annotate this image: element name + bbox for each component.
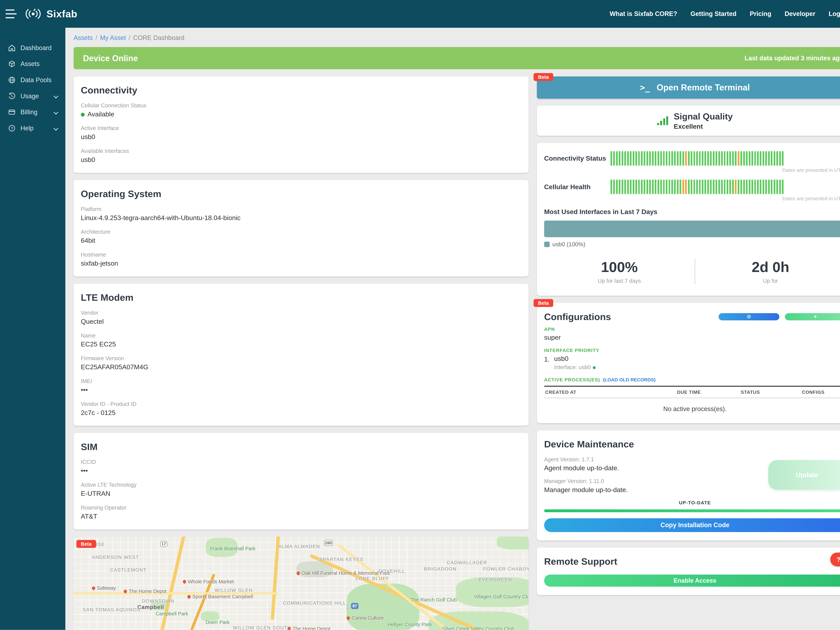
status-bar — [771, 180, 772, 194]
nav-link-what-is-core[interactable]: What is Sixfab CORE? — [609, 10, 677, 17]
sidebar-item-help[interactable]: ? Help — [0, 120, 65, 136]
status-bar — [696, 151, 698, 166]
hamburger-menu-icon[interactable] — [6, 9, 17, 18]
sidebar-item-billing[interactable]: Billing — [0, 104, 65, 120]
map-label: FOWLER CHABOYA — [483, 562, 529, 573]
nav-link-pricing[interactable]: Pricing — [750, 10, 771, 17]
status-bar — [638, 180, 640, 194]
col-created-at: CREATED AT — [545, 390, 659, 395]
road-shield: 87 — [351, 603, 358, 609]
status-bar — [702, 180, 703, 194]
status-bar — [732, 180, 734, 194]
map-label: SAN TOMAS AQUINOS — [83, 603, 141, 613]
operating-system-card: Operating System Platform Linux-4.9.253-… — [74, 180, 529, 276]
status-bar — [682, 151, 684, 166]
status-bar — [757, 180, 759, 194]
sidebar-item-dashboard[interactable]: Dashboard — [0, 40, 65, 56]
utc-note: Dates are presented in UTC. — [544, 167, 840, 173]
location-map[interactable]: SAN JOSEANDERSON WESTCASTLEMONTSafewayTh… — [74, 537, 529, 630]
map-pin-icon — [182, 579, 187, 584]
status-bar — [726, 180, 728, 194]
status-bar — [760, 151, 761, 166]
map-label: Silver Creek Valley Country Club — [442, 622, 514, 630]
field-architecture: Architecture 64bit — [81, 229, 521, 244]
status-bar — [652, 180, 654, 194]
status-bar — [749, 180, 750, 194]
status-bar — [776, 151, 778, 166]
map-label: DOVEHILL — [379, 564, 406, 575]
field-active-interface: Active Interface usb0 — [81, 125, 521, 141]
map-pin-icon — [296, 571, 300, 576]
status-bar — [677, 151, 679, 166]
configure-button[interactable]: ⚙ — [718, 313, 779, 321]
status-bar — [627, 151, 629, 166]
status-bar — [743, 180, 745, 194]
field-cellular-connection-status: Cellular Connection Status Available — [81, 102, 521, 118]
nav-link-logout[interactable]: Logout — [829, 10, 840, 17]
history-icon — [8, 93, 16, 100]
status-bar — [663, 180, 665, 194]
sidebar-item-usage[interactable]: Usage — [0, 88, 65, 104]
open-remote-terminal-button[interactable]: Beta >_ Open Remote Terminal — [537, 76, 840, 99]
status-bar — [660, 180, 662, 194]
breadcrumb-my-asset[interactable]: My Asset — [100, 34, 126, 41]
col-status: STATUS — [719, 390, 782, 395]
status-bar — [641, 180, 643, 194]
sidebar-item-data-pools[interactable]: Data Pools — [0, 72, 65, 88]
update-button[interactable]: Update — [768, 460, 840, 490]
map-label: The Ranch Golf Club — [410, 593, 457, 603]
nav-link-developer[interactable]: Developer — [785, 10, 815, 17]
breadcrumb-assets[interactable]: Assets — [74, 34, 93, 41]
interface-priority-item: 1. usb0 Interface: usb0 — [544, 355, 840, 370]
load-old-records-link[interactable]: (LOAD OLD RECORDS) — [603, 377, 655, 382]
status-bar — [611, 151, 612, 166]
map-label: Valley Christian Schools — [333, 625, 391, 630]
apn-value: super — [544, 334, 840, 341]
device-maintenance-card: Device Maintenance Agent Version: 1.7.1 … — [537, 430, 840, 540]
map-pin-icon — [123, 589, 128, 594]
status-bar — [630, 151, 632, 166]
plus-icon: + — [814, 314, 817, 319]
map-label: Campbell Park — [156, 607, 188, 617]
remote-support-title: Remote Support — [544, 556, 617, 567]
enable-access-button[interactable]: Enable Access — [544, 575, 840, 587]
sidebar-item-assets[interactable]: Assets — [0, 56, 65, 72]
status-bar — [771, 151, 772, 166]
status-bar — [638, 151, 640, 166]
device-status-text: Device Online — [83, 54, 138, 63]
sim-title: SIM — [81, 441, 521, 452]
cellular-health-bars-chart — [611, 180, 840, 194]
sixfab-logo[interactable]: Sixfab — [23, 7, 77, 21]
main-content: Assets/My Asset/CORE Dashboard Device On… — [65, 28, 840, 630]
status-bar — [693, 151, 695, 166]
help-question-button[interactable]: ? — [830, 553, 840, 566]
interfaces-chart-title: Most Used Interfaces in Last 7 Days — [544, 208, 840, 216]
map-label: ANDERSON WEST — [92, 551, 139, 561]
status-bar — [774, 180, 775, 194]
status-bar — [721, 151, 723, 166]
status-bar — [743, 151, 745, 166]
copy-installation-code-button[interactable]: Copy Installation Code — [544, 518, 840, 532]
status-bar — [633, 151, 635, 166]
status-bar — [765, 151, 767, 166]
status-bar — [682, 180, 684, 194]
status-bar — [691, 151, 692, 166]
status-bar — [666, 151, 668, 166]
status-bar — [641, 151, 643, 166]
legend-swatch — [544, 242, 550, 247]
add-configuration-button[interactable]: + — [785, 313, 840, 321]
assets-icon — [8, 60, 16, 68]
status-bar — [713, 151, 715, 166]
signal-quality-card: Signal Quality Excellent — [537, 106, 840, 136]
gear-icon: ⚙ — [747, 314, 751, 319]
nav-link-getting-started[interactable]: Getting Started — [690, 10, 736, 17]
field-firmware-version: Firmware Version EC25AFAR05A07M4G — [81, 355, 521, 371]
status-bar — [774, 151, 775, 166]
app-root: Sixfab What is Sixfab CORE? Getting Star… — [0, 0, 840, 630]
status-bar — [685, 151, 687, 166]
navbar-links: What is Sixfab CORE? Getting Started Pri… — [609, 10, 840, 17]
status-bar — [644, 151, 645, 166]
status-bar — [674, 180, 676, 194]
map-pin-icon — [346, 616, 351, 621]
map-label: Frank Bramhall Park — [210, 542, 256, 552]
